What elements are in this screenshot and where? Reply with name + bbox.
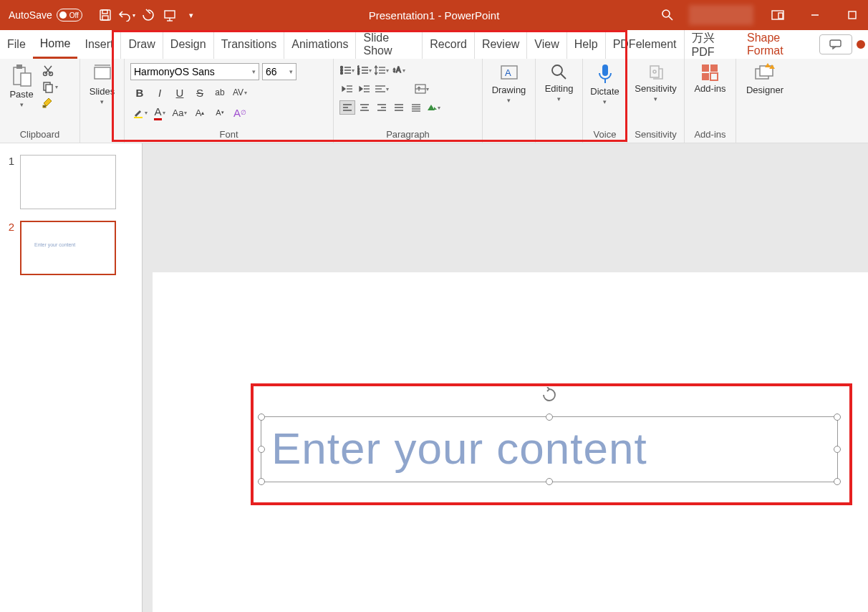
main-area: 1 2 Enter your content <box>0 143 868 612</box>
undo-icon[interactable]: ▾ <box>117 5 137 25</box>
align-left-button[interactable] <box>339 100 355 115</box>
font-size-select[interactable]: 66▾ <box>262 63 296 80</box>
toggle-switch[interactable]: Off <box>57 9 82 21</box>
svg-rect-8 <box>772 11 783 19</box>
thumbnail-2[interactable]: 2 Enter your content <box>0 218 142 284</box>
line-spacing-button[interactable]: ▾ <box>374 63 390 77</box>
voice-group-label: Voice <box>589 129 621 141</box>
copy-button[interactable]: ▾ <box>42 80 58 93</box>
format-painter-button[interactable] <box>42 96 58 109</box>
tab-shape-format[interactable]: Shape Format <box>740 30 819 59</box>
resize-handle-icon[interactable] <box>834 446 841 453</box>
redo-icon[interactable] <box>138 5 158 25</box>
clear-format-button[interactable]: A∅ <box>231 105 249 120</box>
maximize-icon[interactable] <box>836 0 868 30</box>
increase-indent-button[interactable] <box>357 82 372 96</box>
minimize-icon[interactable] <box>799 0 831 30</box>
resize-handle-icon[interactable] <box>546 413 553 421</box>
dictate-label: Dictate <box>590 86 619 97</box>
bold-button[interactable]: B <box>130 85 149 100</box>
svg-line-19 <box>44 66 51 74</box>
double-strike-button[interactable]: ab <box>211 85 229 100</box>
tab-pdfelement[interactable]: PDFelement <box>606 30 685 59</box>
group-font: HarmonyOS Sans▾ 66▾ B I U S ab AV A Aa A… <box>125 59 334 143</box>
resize-handle-icon[interactable] <box>834 413 841 421</box>
tab-insert[interactable]: Insert <box>77 30 121 59</box>
svg-rect-3 <box>165 11 175 18</box>
underline-button[interactable]: U <box>170 85 189 100</box>
addins-label: Add-ins <box>694 83 725 94</box>
columns-button[interactable]: ▾ <box>414 82 430 96</box>
textbox-selection[interactable]: Enter your content <box>251 383 852 505</box>
thumbnail-1[interactable]: 1 <box>0 152 142 218</box>
drawing-button[interactable]: A Drawing ▾ <box>488 63 529 141</box>
resize-handle-icon[interactable] <box>258 478 265 485</box>
tab-home[interactable]: Home <box>33 30 78 59</box>
tab-view[interactable]: View <box>527 30 566 59</box>
tab-help[interactable]: Help <box>567 30 606 59</box>
strikethrough-button[interactable]: S <box>191 85 209 100</box>
svg-line-18 <box>45 66 52 74</box>
tab-animations[interactable]: Animations <box>284 30 356 59</box>
font-group-label: Font <box>130 129 327 141</box>
resize-handle-icon[interactable] <box>834 478 841 485</box>
decrease-font-button[interactable]: A▾ <box>211 105 229 120</box>
tab-design[interactable]: Design <box>163 30 214 59</box>
textbox-frame[interactable]: Enter your content <box>261 416 838 482</box>
rotate-handle-icon[interactable] <box>541 387 557 403</box>
quick-access-toolbar: ▾ ▾ <box>91 5 201 25</box>
editing-button[interactable]: Editing ▾ <box>541 63 577 141</box>
autosave-toggle[interactable]: AutoSave Off <box>0 9 91 21</box>
tab-review[interactable]: Review <box>475 30 527 59</box>
distribute-button[interactable] <box>408 100 424 115</box>
align-center-button[interactable] <box>357 100 372 115</box>
addins-button[interactable]: Add-ins <box>690 63 730 129</box>
designer-label: Designer <box>746 85 783 95</box>
tab-file[interactable]: File <box>0 30 33 59</box>
tab-draw[interactable]: Draw <box>121 30 163 59</box>
save-icon[interactable] <box>95 5 115 25</box>
tab-wanxing[interactable]: 万兴PDF <box>685 30 740 59</box>
increase-font-button[interactable]: A▴ <box>191 105 209 120</box>
font-name-select[interactable]: HarmonyOS Sans▾ <box>130 63 259 80</box>
cut-button[interactable] <box>42 64 58 77</box>
font-color-button[interactable]: A <box>150 105 169 120</box>
decrease-indent-button[interactable] <box>339 82 355 96</box>
search-icon[interactable] <box>652 0 683 30</box>
slides-button[interactable]: Slides ▾ <box>86 63 118 141</box>
align-text-button[interactable]: ▾ <box>374 82 390 96</box>
textbox-placeholder-text[interactable]: Enter your content <box>261 417 837 474</box>
change-case-button[interactable]: Aa <box>170 105 189 120</box>
resize-handle-icon[interactable] <box>258 446 265 453</box>
tab-transitions[interactable]: Transitions <box>214 30 285 59</box>
smartart-button[interactable]: ▾ <box>425 100 441 115</box>
justify-button[interactable] <box>391 100 407 115</box>
align-right-button[interactable] <box>374 100 390 115</box>
display-options-icon[interactable] <box>762 0 794 30</box>
svg-text:A: A <box>505 67 511 78</box>
text-direction-button[interactable]: ↕A▾ <box>391 63 407 77</box>
italic-button[interactable]: I <box>150 85 169 100</box>
designer-button[interactable]: Designer <box>742 63 788 141</box>
resize-handle-icon[interactable] <box>258 413 265 421</box>
sensitivity-label: Sensitivity <box>635 83 677 94</box>
paste-button[interactable]: Paste ▾ <box>6 63 37 129</box>
user-account[interactable] <box>689 5 753 25</box>
dictate-button[interactable]: Dictate ▾ <box>589 63 621 129</box>
highlight-button[interactable] <box>130 105 149 120</box>
present-icon[interactable] <box>160 5 180 25</box>
bullets-button[interactable]: ▾ <box>339 63 355 77</box>
tab-record[interactable]: Record <box>423 30 475 59</box>
tab-slideshow[interactable]: Slide Show <box>356 30 423 59</box>
slide-edit-area[interactable] <box>143 143 868 612</box>
comments-button[interactable] <box>819 34 852 54</box>
thumbnail-preview[interactable] <box>20 155 116 209</box>
thumbnail-preview[interactable]: Enter your content <box>20 221 116 275</box>
svg-line-73 <box>561 74 566 79</box>
char-spacing-button[interactable]: AV <box>231 85 249 100</box>
svg-text:↕A: ↕A <box>392 66 401 74</box>
resize-handle-icon[interactable] <box>546 478 553 485</box>
customize-qat-icon[interactable]: ▾ <box>181 5 201 25</box>
document-title: Presentation1 - PowerPoint <box>369 9 500 21</box>
numbering-button[interactable]: 123▾ <box>357 63 372 77</box>
